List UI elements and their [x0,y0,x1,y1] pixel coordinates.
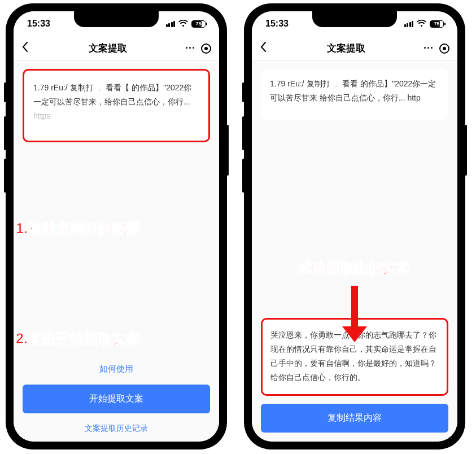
wifi-icon [417,19,426,29]
side-button [4,82,6,102]
wifi-icon [178,19,188,29]
notch [312,11,397,27]
side-button [242,82,244,102]
battery-icon: 75 [191,20,206,28]
link-input-card[interactable]: 1.79 rEu:/ 复制打 ， 看看 的作品】"2022你一定可以苦尽甘来 给… [261,69,448,120]
screen-left: 15:33 75 文案提取 ··· [14,11,219,442]
annotation-step1: 1.粘贴复制好的链接 [16,219,141,238]
battery-icon: 75 [430,20,444,28]
content-right: 1.79 rEu:/ 复制打 ， 看看 的作品】"2022你一定可以苦尽甘来 给… [252,61,457,442]
screen-right: 15:33 75 文案提取 ··· [252,11,457,442]
phone-left: 15:33 75 文案提取 ··· [6,3,227,449]
annotation-success: 成功提取出的文案 [298,259,411,277]
phone-right: 15:33 75 文案提取 ··· [244,3,465,449]
signal-icon [166,21,176,27]
nav-actions: ··· [177,42,211,54]
status-right: 75 [166,19,206,29]
input-url: https [33,111,50,120]
volume-down [242,159,244,193]
target-icon[interactable] [201,43,211,54]
status-right: 75 [404,19,444,29]
page-title: 文案提取 [327,42,365,55]
target-icon[interactable] [439,43,449,54]
how-to-link[interactable]: 如何使用 [23,357,210,381]
nav-bar: 文案提取 ··· [14,36,219,61]
input-text-faded: ， [94,83,104,92]
notch [74,11,159,27]
input-text-a: 1.79 rEu:/ 复制打 [33,83,94,92]
link-input-card[interactable]: 1.79 rEu:/ 复制打 ， 看看【 的作品】"2022你一定可以苦尽甘来，… [23,69,210,142]
content-left: 1.79 rEu:/ 复制打 ， 看看【 的作品】"2022你一定可以苦尽甘来，… [14,61,219,442]
start-extract-button[interactable]: 开始提取文案 [23,385,210,413]
volume-up [4,116,6,150]
power-button [226,125,229,176]
back-button[interactable] [21,41,38,56]
volume-up [242,116,244,150]
input-faded: ， [330,79,340,88]
history-link[interactable]: 文案提取历史记录 [23,417,210,436]
input-text-b: 看看 [340,79,358,88]
nav-actions: ··· [416,42,449,54]
annotation-step2: 2.点击开始提取文案 [16,329,141,348]
power-button [465,125,467,176]
nav-bar: 文案提取 ··· [252,36,457,61]
status-time: 15:33 [27,19,50,29]
volume-down [4,159,6,193]
more-icon[interactable]: ··· [423,42,434,54]
arrow-down-icon [340,286,369,342]
more-icon[interactable]: ··· [185,42,195,54]
page-title: 文案提取 [89,42,127,55]
input-text-a: 1.79 rEu:/ 复制打 [270,79,330,88]
copy-result-button[interactable]: 复制结果内容 [261,404,448,433]
signal-icon [404,21,414,27]
back-button[interactable] [260,41,277,56]
status-time: 15:33 [265,19,289,29]
input-text-mid: 看看【 [103,83,129,92]
